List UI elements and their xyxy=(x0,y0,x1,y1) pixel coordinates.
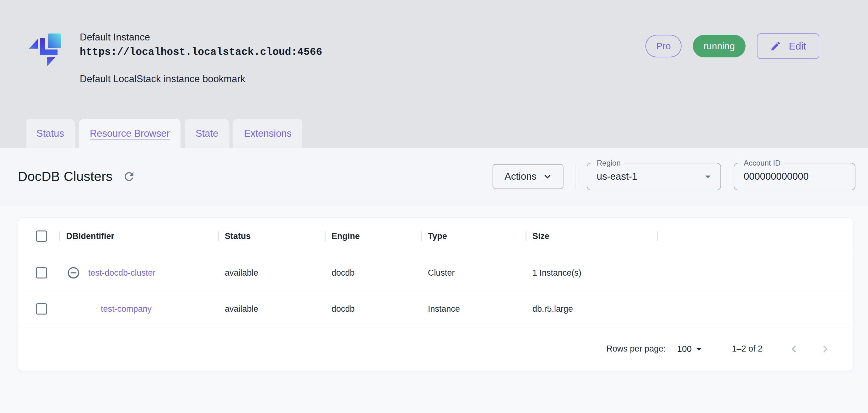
tab-status[interactable]: Status xyxy=(26,119,75,148)
cell-engine: docdb xyxy=(324,268,421,278)
dropdown-arrow-icon xyxy=(702,170,714,183)
dropdown-arrow-icon xyxy=(693,343,705,355)
row-checkbox[interactable] xyxy=(36,267,47,278)
cell-status: available xyxy=(218,304,324,314)
region-select-value: us-east-1 xyxy=(597,171,702,182)
chevron-down-icon xyxy=(541,171,553,182)
rows-per-page-select[interactable]: 100 xyxy=(677,343,705,355)
cell-status: available xyxy=(218,268,324,278)
instance-subtitle: Default LocalStack instance bookmark xyxy=(80,73,322,85)
minus-circle-icon xyxy=(67,266,81,280)
instance-header: Default Instance https://localhost.local… xyxy=(0,0,868,148)
account-id-input[interactable] xyxy=(744,171,845,182)
previous-page-button[interactable] xyxy=(786,342,801,356)
content-area: DBIdentifier Status Engine Type Size xyxy=(0,205,868,371)
column-header-status: Status xyxy=(218,232,324,241)
column-header-dbidentifier: DBIdentifier xyxy=(59,232,218,241)
table-row: test-company available docdb Instance db… xyxy=(18,291,853,327)
column-header-engine: Engine xyxy=(324,232,421,241)
rows-per-page-value: 100 xyxy=(677,344,692,354)
column-header-type: Type xyxy=(421,232,526,241)
tab-resource-browser-label: Resource Browser xyxy=(90,128,170,139)
cell-type: Cluster xyxy=(421,268,526,278)
cell-size: 1 Instance(s) xyxy=(526,268,657,278)
localstack-logo-icon xyxy=(28,25,65,68)
pro-badge: Pro xyxy=(645,35,682,57)
tab-state[interactable]: State xyxy=(185,119,229,148)
region-select[interactable]: Region us-east-1 xyxy=(587,163,721,191)
account-id-field: Account ID xyxy=(734,163,856,191)
rows-per-page-label: Rows per page: xyxy=(607,344,666,354)
status-badge: running xyxy=(693,35,746,57)
resource-toolbar: DocDB Clusters Actions Region us-east-1 … xyxy=(0,148,868,205)
tab-resource-browser[interactable]: Resource Browser xyxy=(79,119,181,148)
row-checkbox[interactable] xyxy=(36,303,47,314)
pro-badge-label: Pro xyxy=(656,41,671,51)
refresh-button[interactable] xyxy=(121,168,137,185)
account-id-label: Account ID xyxy=(741,159,783,168)
chevron-right-icon xyxy=(818,342,832,356)
resource-link[interactable]: test-docdb-cluster xyxy=(88,268,156,278)
instance-title: Default Instance xyxy=(80,31,322,44)
table-pagination: Rows per page: 100 1–2 of 2 xyxy=(18,327,853,371)
toolbar-divider xyxy=(575,164,576,189)
status-badge-label: running xyxy=(704,41,735,51)
pagination-range: 1–2 of 2 xyxy=(732,344,763,354)
table-row: test-docdb-cluster available docdb Clust… xyxy=(18,255,853,291)
collapse-row-button[interactable] xyxy=(66,266,81,280)
tab-extensions-label: Extensions xyxy=(244,128,291,139)
tab-status-label: Status xyxy=(36,128,64,139)
resource-link[interactable]: test-company xyxy=(101,304,152,314)
tab-bar: Status Resource Browser State Extensions xyxy=(26,119,302,148)
cell-size: db.r5.large xyxy=(526,304,657,314)
cell-engine: docdb xyxy=(324,304,421,314)
instance-url: https://localhost.localstack.cloud:4566 xyxy=(80,45,322,60)
select-all-checkbox[interactable] xyxy=(36,231,47,242)
table-header-row: DBIdentifier Status Engine Type Size xyxy=(18,218,853,255)
column-header-size: Size xyxy=(526,232,657,241)
tab-state-label: State xyxy=(195,128,218,139)
cell-type: Instance xyxy=(421,304,526,314)
edit-button-label: Edit xyxy=(789,40,806,52)
pencil-icon xyxy=(770,40,781,52)
resource-table-card: DBIdentifier Status Engine Type Size xyxy=(18,217,853,371)
localstack-app: Default Instance https://localhost.local… xyxy=(0,0,868,413)
tab-extensions[interactable]: Extensions xyxy=(233,119,302,148)
region-select-label: Region xyxy=(594,159,624,168)
page-title: DocDB Clusters xyxy=(18,169,113,184)
actions-button[interactable]: Actions xyxy=(493,164,563,189)
next-page-button[interactable] xyxy=(818,342,833,356)
edit-button[interactable]: Edit xyxy=(757,33,819,59)
chevron-left-icon xyxy=(787,342,801,356)
actions-button-label: Actions xyxy=(504,171,536,182)
refresh-icon xyxy=(122,170,135,183)
